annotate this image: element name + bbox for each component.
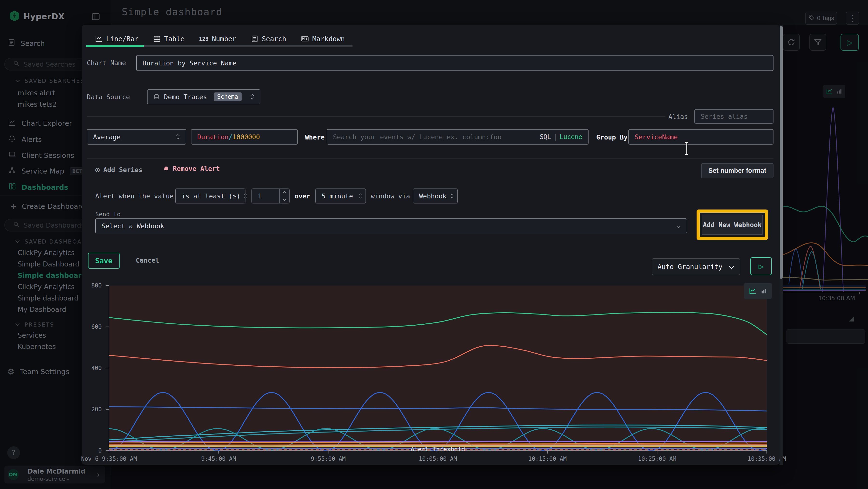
- data-source-select[interactable]: Demo Traces Schema: [147, 89, 260, 104]
- chart-plot-svg: [109, 286, 767, 451]
- run-preview-button[interactable]: ▷: [750, 257, 772, 275]
- alias-label: Alias: [669, 113, 688, 120]
- data-source-label: Data Source: [87, 93, 130, 100]
- chevron-down-icon: [676, 222, 681, 230]
- schema-badge: Schema: [214, 92, 242, 101]
- select-chevrons-icon: [447, 193, 454, 199]
- tab-number[interactable]: 123 Number: [199, 30, 236, 47]
- number-stepper[interactable]: [279, 189, 289, 203]
- alert-threshold-label: Alert Threshold: [411, 446, 465, 453]
- y-axis-labels: 0200400600800: [82, 286, 106, 451]
- bell-icon: [163, 165, 169, 172]
- y-tick-label: 200: [83, 406, 102, 413]
- select-chevrons-icon: [247, 94, 254, 100]
- circle-plus-icon: ⊕: [95, 165, 100, 174]
- alert-channel-select[interactable]: Webhook: [413, 189, 458, 203]
- tab-search[interactable]: Search: [251, 30, 286, 47]
- scrollbar-thumb[interactable]: [780, 26, 783, 279]
- webhook-select[interactable]: Select a Webhook: [95, 219, 687, 233]
- chart-name-label: Chart Name: [87, 59, 126, 67]
- expression-input[interactable]: Duration/1000000: [191, 129, 298, 145]
- stepper-up-icon[interactable]: [283, 191, 286, 193]
- add-new-webhook-button[interactable]: Add New Webhook: [702, 214, 763, 235]
- chart-type-toggle[interactable]: [744, 283, 772, 299]
- select-chevrons-icon: [173, 134, 180, 140]
- remove-alert-button[interactable]: Remove Alert: [163, 165, 220, 172]
- active-tab-indicator: [86, 45, 144, 47]
- y-tick-label: 600: [83, 323, 102, 330]
- alert-threshold-input[interactable]: 1: [251, 189, 289, 203]
- stepper-down-icon[interactable]: [283, 199, 286, 201]
- chevron-down-icon: [728, 263, 735, 271]
- number-123-icon: 123: [199, 36, 209, 42]
- x-tick-label: 10:15:00 AM: [528, 456, 567, 462]
- chart-plot-area: [109, 286, 767, 451]
- tab-table[interactable]: Table: [153, 30, 184, 47]
- alert-chart: 0200400600800 Nov 6 9:35:00 AM9:45:00 AM…: [82, 286, 779, 465]
- tab-markdown[interactable]: Markdown: [301, 30, 345, 47]
- table-icon: [153, 35, 161, 43]
- x-tick-label: 10:25:00 AM: [638, 456, 676, 462]
- window-via-label: window via: [371, 192, 410, 200]
- set-number-format-button[interactable]: Set number format: [701, 163, 774, 178]
- series-divider: [87, 158, 774, 159]
- where-label: Where: [305, 134, 324, 141]
- where-search-input[interactable]: Search your events w/ Lucene ex. column:…: [327, 129, 589, 145]
- y-tick-label: 0: [83, 447, 102, 454]
- search-doc-icon: [251, 35, 258, 43]
- x-tick-label: 9:55:00 AM: [311, 456, 346, 462]
- alert-operator-select[interactable]: is at least (≥): [175, 189, 245, 203]
- granularity-select[interactable]: Auto Granularity: [652, 258, 740, 275]
- save-button[interactable]: Save: [88, 253, 120, 269]
- select-chevrons-icon: [355, 193, 362, 199]
- markdown-icon: [301, 35, 309, 43]
- modal-scrollbar[interactable]: [779, 25, 783, 465]
- alert-window-select[interactable]: 5 minute: [315, 189, 366, 203]
- text-cursor-icon: [684, 141, 689, 156]
- query-language-toggle[interactable]: SQL|Lucene: [539, 133, 582, 141]
- app-root: Simple dashboard 0 Tags ⋮ HyperDX Search: [0, 0, 868, 489]
- send-to-label: Send to: [95, 211, 121, 218]
- aggregation-select[interactable]: Average: [87, 129, 186, 145]
- y-tick-label: 400: [83, 365, 102, 371]
- x-tick-label: 10:05:00 AM: [419, 456, 457, 462]
- add-series-button[interactable]: ⊕ Add Series: [95, 165, 143, 174]
- play-icon: ▷: [758, 261, 763, 271]
- select-chevrons-icon: [240, 193, 247, 199]
- line-chart-icon: [749, 287, 756, 295]
- x-tick-label: 9:45:00 AM: [201, 456, 236, 462]
- alias-divider: [87, 116, 665, 117]
- alert-prefix-label: Alert when the value: [95, 192, 174, 200]
- y-tick-label: 800: [83, 282, 102, 289]
- add-webhook-highlight: Add New Webhook: [696, 209, 768, 240]
- database-icon: [153, 93, 160, 100]
- group-by-label: Group By: [596, 134, 628, 141]
- tab-line-bar[interactable]: Line/Bar: [95, 30, 138, 47]
- group-by-input[interactable]: ServiceName: [628, 129, 774, 145]
- bar-chart-icon: [761, 288, 767, 294]
- over-label: over: [294, 192, 310, 200]
- line-chart-icon: [95, 35, 103, 43]
- cancel-button[interactable]: Cancel: [136, 257, 159, 264]
- series-alias-input[interactable]: Series alias: [694, 109, 774, 123]
- chart-name-input[interactable]: Duration by Service Name: [136, 55, 774, 71]
- chart-type-tabs: Line/Bar Table 123 Number Search Markdow…: [82, 30, 345, 47]
- x-tick-label: Nov 6 9:35:00 AM: [81, 456, 137, 462]
- edit-chart-modal: Line/Bar Table 123 Number Search Markdow…: [82, 25, 779, 465]
